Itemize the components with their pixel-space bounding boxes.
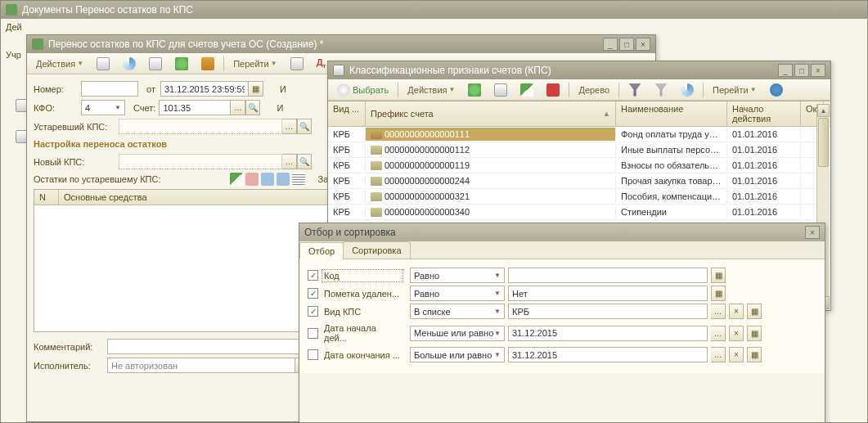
number-input[interactable]	[81, 81, 138, 97]
filter-close-btn[interactable]: ×	[805, 226, 820, 239]
kps-col-prefix[interactable]: Префикс счета▲	[366, 101, 616, 126]
filter-clear-btn[interactable]: ×	[729, 304, 744, 319]
date-picker-btn[interactable]: ▦	[249, 81, 263, 97]
filter-cal-btn[interactable]: ▦	[747, 304, 762, 319]
filter-cal-btn[interactable]: ▦	[747, 347, 762, 362]
kfo-select[interactable]: 4▼	[81, 100, 125, 115]
row-sort-icon[interactable]	[292, 173, 305, 186]
filter-cond-select[interactable]: Меньше или равно▼	[410, 326, 505, 341]
doc-col-n[interactable]: N	[34, 190, 59, 205]
doc-tbtn-1[interactable]	[91, 56, 115, 72]
table-row[interactable]: КРБ00000000000000111Фонд оплаты труда уч…	[328, 127, 830, 142]
kps-help-btn[interactable]	[764, 82, 789, 98]
doc-tbtn-5[interactable]	[196, 56, 220, 72]
filter-checkbox[interactable]	[308, 349, 318, 360]
row-down-icon[interactable]	[277, 173, 290, 186]
tab-sort[interactable]: Сортировка	[343, 241, 410, 259]
account-search-btn[interactable]: 🔍	[245, 100, 260, 115]
table-row[interactable]: КРБ00000000000000321Пособия, компенсации…	[328, 189, 830, 205]
doc-tbtn-4[interactable]	[169, 56, 194, 72]
old-kps-label: Устаревший КПС:	[34, 122, 115, 132]
old-kps-search-btn[interactable]: 🔍	[297, 119, 312, 134]
kps-list-icon	[333, 65, 344, 76]
filter-cond-select[interactable]: В списке▼	[410, 304, 505, 319]
kps-edit-btn[interactable]	[515, 82, 539, 98]
filter-value-input[interactable]	[508, 268, 708, 283]
doc-actions-btn[interactable]: Действия▼	[30, 56, 89, 72]
new-kps-input[interactable]	[119, 154, 282, 169]
account-input[interactable]	[159, 100, 231, 115]
filter-clear-btn[interactable]: ×	[729, 347, 744, 362]
filter-value-input[interactable]: КРБ	[508, 304, 708, 319]
filter-value-input[interactable]: 31.12.2015	[508, 326, 708, 341]
scroll-up-btn[interactable]: ▲	[817, 104, 830, 117]
table-row[interactable]: КРБ00000000000000244Прочая закупка товар…	[328, 173, 830, 189]
kps-filter-btn[interactable]	[623, 82, 647, 98]
filter-checkbox[interactable]: ✓	[308, 306, 318, 317]
doc-close-btn[interactable]: ×	[636, 38, 650, 51]
kps-col-name[interactable]: Наименование	[616, 101, 727, 126]
filter-checkbox[interactable]	[308, 328, 318, 339]
account-open-btn[interactable]: …	[231, 100, 245, 115]
kfo-label: КФО:	[34, 103, 78, 113]
doc-goto-btn[interactable]: Перейти▼	[227, 56, 283, 72]
old-kps-open-btn[interactable]: …	[282, 119, 297, 134]
filter-row: ✓КодРавно▼▦	[308, 268, 816, 283]
filter-tabs: Отбор Сортировка	[299, 241, 825, 259]
doc-tbtn-3[interactable]	[143, 56, 168, 72]
kps-col-date[interactable]: Начало действия	[727, 101, 801, 126]
account-label: Счет:	[133, 103, 155, 113]
kps-min-btn[interactable]: _	[778, 64, 793, 77]
filter-cond-select[interactable]: Больше или равно▼	[410, 347, 505, 362]
kps-titlebar: Классификационные признаки счетов (КПС) …	[328, 61, 830, 79]
kps-actions-btn[interactable]: Действия▼	[402, 82, 461, 98]
doc-min-btn[interactable]: _	[603, 38, 618, 51]
filter-field-label: Дата начала дей...	[322, 322, 403, 344]
kps-filter-off-btn[interactable]	[649, 82, 673, 98]
filter-value-input[interactable]: 31.12.2015	[508, 347, 708, 362]
table-row[interactable]: КРБ00000000000000340Стипендии01.01.2016	[328, 205, 830, 220]
performer-input[interactable]	[107, 358, 295, 373]
filter-checkbox[interactable]: ✓	[308, 288, 318, 299]
filter-checkbox[interactable]: ✓	[308, 270, 318, 281]
row-up-icon[interactable]	[261, 173, 274, 186]
table-row[interactable]: КРБ00000000000000119Взносы по обязательн…	[328, 158, 830, 173]
kps-col-vid[interactable]: Вид ...	[328, 101, 366, 126]
filter-open-btn[interactable]: …	[711, 326, 726, 341]
filter-cond-select[interactable]: Равно▼	[410, 268, 505, 283]
kps-del-btn[interactable]	[541, 82, 565, 98]
filter-body: ✓КодРавно▼▦✓Пометка удален...Равно▼Нет▦✓…	[299, 259, 825, 373]
filter-open-btn[interactable]: …	[711, 347, 726, 362]
kps-select-btn[interactable]: Выбрать	[331, 82, 394, 98]
date-input[interactable]	[160, 81, 249, 97]
comment-input[interactable]	[107, 339, 308, 354]
old-kps-input[interactable]	[119, 119, 282, 134]
filter-open-btn[interactable]: …	[711, 304, 726, 319]
filter-cal-btn[interactable]: ▦	[711, 286, 726, 301]
filter-clear-btn[interactable]: ×	[729, 326, 744, 341]
doc-tbtn-2[interactable]	[117, 56, 142, 72]
filter-field-label: Пометка удален...	[322, 287, 403, 300]
kps-close-btn[interactable]: ×	[811, 64, 825, 77]
cut-label-1: И	[280, 84, 286, 94]
table-row[interactable]: КРБ00000000000000112Иные выплаты персона…	[328, 142, 830, 158]
doc-max-btn[interactable]: □	[619, 38, 634, 51]
kps-max-btn[interactable]: □	[794, 64, 809, 77]
row-edit-icon[interactable]	[230, 173, 243, 186]
kps-add-btn[interactable]	[462, 82, 487, 98]
filter-value-input[interactable]: Нет	[508, 286, 708, 301]
kps-tree-btn[interactable]: Дерево	[573, 82, 615, 98]
filter-cal-btn[interactable]: ▦	[747, 326, 762, 341]
new-kps-search-btn[interactable]: 🔍	[297, 154, 312, 169]
new-kps-open-btn[interactable]: …	[282, 154, 297, 169]
filter-cond-select[interactable]: Равно▼	[410, 286, 505, 301]
tab-filter[interactable]: Отбор	[299, 242, 344, 259]
kps-refresh-btn[interactable]	[675, 82, 699, 98]
kps-goto-btn[interactable]: Перейти▼	[707, 82, 762, 98]
scroll-thumb[interactable]	[818, 118, 829, 167]
filter-field-label: Код	[322, 269, 403, 282]
kps-copy-btn[interactable]	[488, 82, 513, 98]
filter-cal-btn[interactable]: ▦	[711, 268, 726, 283]
doc-tbtn-6[interactable]	[285, 56, 309, 72]
row-del-icon[interactable]	[245, 173, 259, 186]
